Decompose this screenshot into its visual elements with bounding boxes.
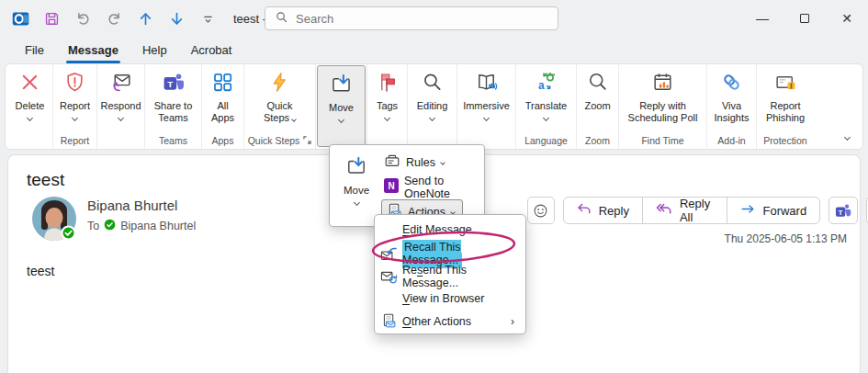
move-folder-icon: [345, 155, 367, 181]
respond-button[interactable]: Respond: [97, 64, 144, 133]
reply-toolbar: Reply Reply All Forward T: [527, 197, 868, 224]
edit-message-menu-item[interactable]: Edit Message: [375, 218, 525, 241]
immersive-reader-icon: [475, 71, 498, 97]
collapse-ribbon-chevron-icon[interactable]: [844, 134, 851, 141]
editing-button[interactable]: Editing: [408, 64, 457, 133]
search-input[interactable]: [296, 12, 525, 26]
recall-this-message-menu-item[interactable]: Recall This Message...: [375, 241, 525, 264]
dialog-launcher-icon[interactable]: [303, 134, 311, 148]
zoom-button[interactable]: Zoom: [577, 64, 618, 133]
svg-text:T: T: [167, 79, 173, 89]
group-label-quick-steps: Quick Steps: [244, 133, 315, 149]
delete-button[interactable]: Delete: [7, 64, 52, 133]
report-shield-icon: [63, 71, 86, 97]
group-label-protection: Protection: [757, 133, 814, 149]
report-phishing-button[interactable]: Report Phishing: [757, 64, 814, 133]
move-up-button[interactable]: [134, 7, 156, 29]
save-button[interactable]: [40, 7, 62, 29]
reply-all-button[interactable]: Reply All: [643, 198, 728, 223]
menu-message[interactable]: Message: [57, 40, 130, 61]
actions-submenu: Edit Message Recall This Message... Rese…: [374, 214, 526, 334]
share-to-teams-quick-button[interactable]: T: [829, 197, 858, 224]
delete-icon: [18, 71, 41, 97]
report-button[interactable]: Report: [53, 64, 96, 133]
report-phishing-icon: [774, 71, 797, 97]
send-to-onenote-menu-item[interactable]: N Send to OneNote: [381, 175, 480, 199]
group-label-teams: Teams: [145, 133, 201, 149]
emoji-reaction-button[interactable]: [527, 197, 555, 224]
move-to-folder-button[interactable]: Move: [333, 148, 380, 222]
forward-icon: [740, 202, 756, 219]
viva-insights-button[interactable]: Viva Insights: [707, 64, 756, 133]
move-button[interactable]: Move: [317, 65, 366, 147]
menu-file[interactable]: File: [14, 40, 55, 61]
outlook-app-icon: [9, 7, 31, 29]
customize-quick-access-icon[interactable]: [197, 7, 219, 29]
quick-steps-button[interactable]: Quick Steps: [244, 64, 315, 133]
reply-button[interactable]: Reply: [564, 198, 643, 223]
teams-icon: T: [162, 71, 185, 97]
message-body: teest: [27, 264, 54, 278]
rules-menu-item[interactable]: Rules: [381, 150, 480, 175]
group-label-find-time: Find Time: [619, 133, 706, 149]
message-subject: teest: [27, 170, 64, 190]
all-apps-grid-icon: [211, 71, 234, 97]
menu-help[interactable]: Help: [131, 40, 178, 61]
view-in-browser-menu-item[interactable]: View in Browser: [375, 287, 525, 310]
group-label-language: Language: [516, 133, 576, 149]
resend-message-icon: [375, 269, 402, 285]
resend-this-message-menu-item[interactable]: Resend This Message...: [375, 264, 525, 287]
minimize-button[interactable]: —: [741, 0, 783, 37]
menu-acrobat[interactable]: Acrobat: [180, 40, 243, 61]
recipient-check-icon: [104, 219, 116, 233]
submenu-arrow-icon: ›: [511, 315, 525, 328]
sender-name[interactable]: Bipana Bhurtel: [87, 198, 177, 213]
quick-steps-lightning-icon: [268, 71, 291, 97]
viva-insights-icon: [720, 71, 743, 97]
group-label-report: Report: [53, 133, 96, 149]
respond-icon: [109, 71, 132, 97]
tags-flags-icon: [376, 71, 399, 97]
redo-button[interactable]: [103, 7, 125, 29]
recipient-name[interactable]: Bipana Bhurtel: [120, 220, 196, 232]
svg-text:T: T: [839, 208, 843, 216]
svg-text:N: N: [388, 181, 394, 191]
move-menu-items: Rules N Send to OneNote Actions: [381, 150, 480, 224]
message-timestamp: Thu 2025-06-05 1:13 PM: [725, 232, 847, 245]
reply-with-scheduling-poll-button[interactable]: Reply with Scheduling Poll: [619, 64, 706, 133]
reply-all-icon: [656, 202, 673, 219]
menu-bar: File Message Help Acrobat: [0, 37, 868, 62]
translate-button[interactable]: a Translate: [516, 64, 576, 133]
all-apps-button[interactable]: All Apps: [202, 64, 243, 133]
group-label-zoom: Zoom: [577, 133, 618, 149]
forward-button[interactable]: Forward: [727, 198, 819, 223]
onenote-icon: N: [384, 178, 399, 196]
editing-magnifier-icon: [421, 71, 444, 97]
quick-access-toolbar: [0, 7, 219, 29]
to-label: To: [87, 220, 99, 232]
group-label-apps: Apps: [202, 133, 243, 149]
reply-button-group: Reply Reply All Forward: [563, 197, 820, 224]
undo-button[interactable]: [72, 7, 94, 29]
other-actions-menu-item[interactable]: Other Actions ›: [375, 310, 525, 333]
share-to-teams-button[interactable]: T Share to Teams: [145, 64, 201, 133]
zoom-magnifier-icon: [586, 71, 609, 97]
group-label-add-in: Add-in: [707, 133, 756, 149]
move-down-button[interactable]: [165, 7, 187, 29]
close-button[interactable]: ✕: [826, 0, 868, 37]
scheduling-poll-icon: [651, 71, 674, 97]
search-box[interactable]: [265, 6, 558, 30]
svg-text:a: a: [538, 79, 545, 92]
recall-message-icon: [375, 246, 402, 262]
tags-button[interactable]: Tags: [367, 64, 407, 133]
translate-icon: a: [535, 71, 558, 97]
search-icon: [275, 10, 288, 28]
other-actions-icon: [375, 313, 402, 329]
sender-avatar[interactable]: [32, 197, 76, 241]
immersive-button[interactable]: Immersive: [457, 64, 515, 133]
ribbon: Delete Report Report Respond T Share to …: [5, 63, 863, 150]
reply-icon: [577, 202, 592, 219]
title-bar: teest - Message (HTML) — ✕: [0, 0, 868, 37]
maximize-button[interactable]: [783, 0, 826, 37]
move-folder-icon: [330, 73, 353, 99]
